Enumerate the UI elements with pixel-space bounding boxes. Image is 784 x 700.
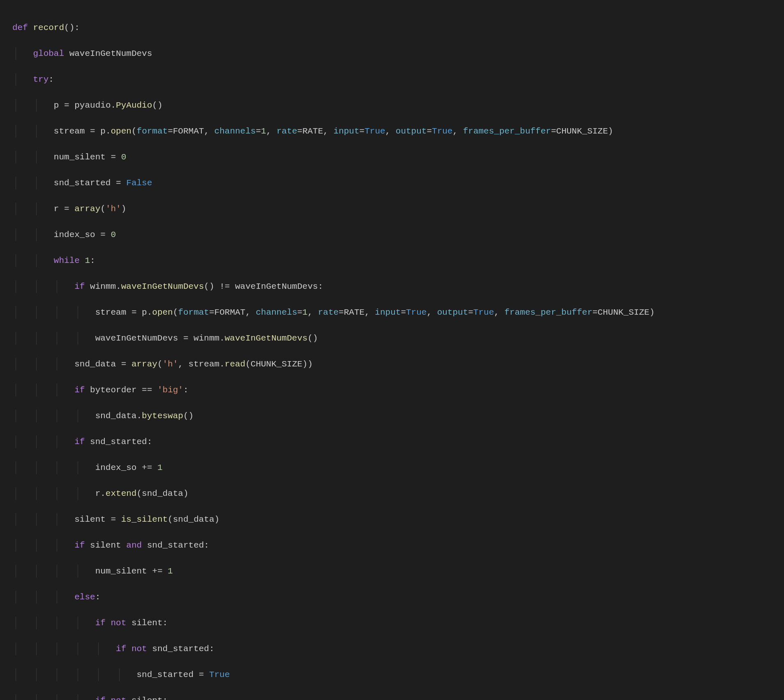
kw-def: def [12,23,28,32]
code-line: snd_started = True [12,668,772,682]
code-line: stream = p.open(format=FORMAT, channels=… [12,306,772,319]
code-line: if not silent: [12,617,772,630]
code-line: def record(): [12,21,772,35]
code-line: r = array('h') [12,203,772,216]
code-line: if not snd_started: [12,642,772,656]
code-line: if not silent: [12,694,772,700]
code-line: try: [12,73,772,86]
code-line: if byteorder == 'big': [12,384,772,397]
code-line: global waveInGetNumDevs [12,47,772,60]
code-block[interactable]: def record(): global waveInGetNumDevs tr… [12,8,772,700]
code-line: num_silent = 0 [12,151,772,164]
code-line: snd_data = array('h', stream.read(CHUNK_… [12,358,772,371]
code-line: while 1: [12,254,772,267]
code-line: stream = p.open(format=FORMAT, channels=… [12,125,772,138]
code-line: snd_data.byteswap() [12,410,772,423]
code-line: else: [12,591,772,604]
code-line: r.extend(snd_data) [12,487,772,500]
code-line: index_so = 0 [12,228,772,242]
code-line: p = pyaudio.PyAudio() [12,99,772,112]
code-line: if snd_started: [12,435,772,449]
code-line: num_silent += 1 [12,565,772,578]
code-line: waveInGetNumDevs = winmm.waveInGetNumDev… [12,332,772,345]
code-line: silent = is_silent(snd_data) [12,513,772,526]
code-line: if winmm.waveInGetNumDevs() != waveInGet… [12,280,772,293]
code-line: if silent and snd_started: [12,539,772,552]
code-line: index_so += 1 [12,461,772,474]
fn-name: record [33,23,64,32]
code-line: snd_started = False [12,177,772,190]
